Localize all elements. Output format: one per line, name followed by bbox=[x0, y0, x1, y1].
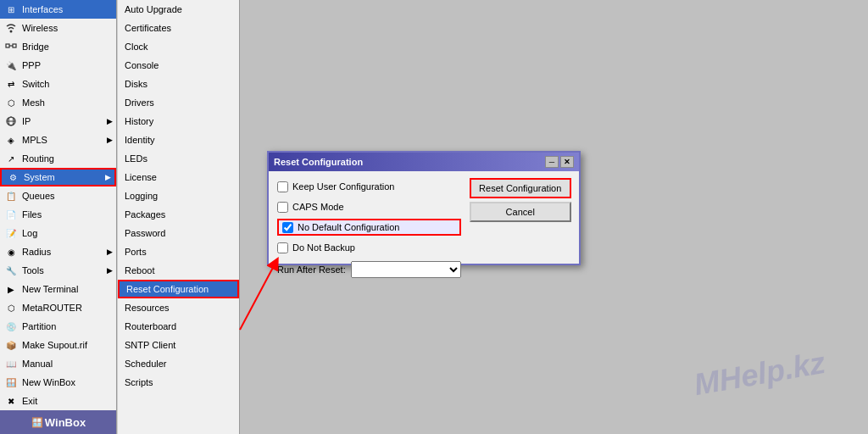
svg-rect-1 bbox=[6, 44, 9, 47]
submenu-auto-upgrade[interactable]: Auto Upgrade bbox=[118, 0, 239, 19]
dialog-titlebar: Reset Configuration ─ ✕ bbox=[269, 153, 579, 171]
no-default-config-checkbox[interactable] bbox=[282, 222, 293, 233]
caps-mode-label: CAPS Mode bbox=[292, 202, 344, 212]
winbox-label: 🪟 WinBox bbox=[0, 410, 117, 434]
reset-configuration-button[interactable]: Reset Configuration bbox=[470, 178, 571, 198]
submenu-drivers[interactable]: Drivers bbox=[118, 93, 239, 112]
files-icon: 📄 bbox=[3, 207, 19, 222]
sidebar-item-ppp[interactable]: 🔌 PPP bbox=[0, 56, 116, 75]
keep-user-config-checkbox[interactable] bbox=[277, 181, 288, 192]
svg-point-0 bbox=[10, 31, 13, 33]
dialog-minimize-button[interactable]: ─ bbox=[545, 156, 559, 168]
submenu: Auto Upgrade Certificates Clock Console … bbox=[117, 0, 240, 434]
reset-configuration-dialog: Reset Configuration ─ ✕ Keep User Config… bbox=[267, 151, 581, 265]
submenu-reboot[interactable]: Reboot bbox=[118, 261, 239, 280]
submenu-leds[interactable]: LEDs bbox=[118, 149, 239, 168]
sidebar-item-make-supout[interactable]: 📦 Make Supout.rif bbox=[0, 336, 116, 354]
caps-mode-checkbox[interactable] bbox=[277, 202, 288, 213]
mpls-arrow: ▶ bbox=[107, 136, 113, 144]
svg-rect-2 bbox=[13, 44, 16, 47]
submenu-logging[interactable]: Logging bbox=[118, 186, 239, 205]
keep-user-config-label: Keep User Configuration bbox=[292, 181, 394, 192]
sidebar-item-new-winbox[interactable]: 🪟 New WinBox bbox=[0, 373, 116, 392]
sidebar-item-metarouter[interactable]: ⬡ MetaROUTER bbox=[0, 298, 116, 317]
dialog-close-button[interactable]: ✕ bbox=[560, 156, 574, 168]
switch-icon: ⇄ bbox=[3, 76, 19, 92]
submenu-resources[interactable]: Resources bbox=[118, 298, 239, 317]
run-after-label: Run After Reset: bbox=[277, 264, 346, 275]
submenu-ports[interactable]: Ports bbox=[118, 242, 239, 261]
sidebar-item-tools[interactable]: 🔧 Tools ▶ bbox=[0, 261, 116, 280]
sidebar-item-mpls[interactable]: ◈ MPLS ▶ bbox=[0, 131, 116, 149]
run-after-row: Run After Reset: bbox=[277, 261, 461, 278]
sidebar-item-ip[interactable]: IP ▶ bbox=[0, 112, 116, 131]
wireless-icon bbox=[3, 20, 19, 36]
sidebar-item-new-terminal[interactable]: ▶ New Terminal bbox=[0, 280, 116, 298]
sidebar-item-log[interactable]: 📝 Log bbox=[0, 224, 116, 242]
submenu-console[interactable]: Console bbox=[118, 56, 239, 75]
sidebar-item-radius[interactable]: ◉ Radius ▶ bbox=[0, 242, 116, 261]
sidebar-item-exit[interactable]: ✖ Exit bbox=[0, 392, 116, 410]
sidebar-item-partition[interactable]: 💿 Partition bbox=[0, 317, 116, 336]
submenu-history[interactable]: History bbox=[118, 112, 239, 131]
submenu-scheduler[interactable]: Scheduler bbox=[118, 354, 239, 373]
watermark: MHelp.kz bbox=[692, 345, 828, 403]
submenu-packages[interactable]: Packages bbox=[118, 205, 239, 224]
run-after-select[interactable] bbox=[351, 261, 461, 278]
sidebar-item-wireless[interactable]: Wireless bbox=[0, 19, 116, 37]
submenu-license[interactable]: License bbox=[118, 168, 239, 186]
tools-icon: 🔧 bbox=[3, 263, 19, 278]
cancel-button[interactable]: Cancel bbox=[470, 202, 571, 222]
sidebar-item-interfaces[interactable]: ⊞ Interfaces bbox=[0, 0, 116, 19]
queues-icon: 📋 bbox=[3, 188, 19, 203]
sidebar-item-routing[interactable]: ↗ Routing bbox=[0, 149, 116, 168]
submenu-clock[interactable]: Clock bbox=[118, 37, 239, 56]
supout-icon: 📦 bbox=[3, 337, 19, 353]
do-not-backup-checkbox[interactable] bbox=[277, 242, 288, 253]
ip-arrow: ▶ bbox=[107, 117, 113, 125]
sidebar-item-mesh[interactable]: ⬡ Mesh bbox=[0, 93, 116, 112]
mesh-icon: ⬡ bbox=[3, 95, 19, 110]
sidebar-item-system[interactable]: ⚙ System ▶ bbox=[0, 168, 116, 186]
keep-user-config-row: Keep User Configuration bbox=[277, 178, 461, 195]
metarouter-icon: ⬡ bbox=[3, 300, 19, 315]
manual-icon: 📖 bbox=[3, 356, 19, 371]
radius-arrow: ▶ bbox=[107, 248, 113, 256]
no-default-config-row: No Default Configuration bbox=[277, 219, 461, 236]
submenu-disks[interactable]: Disks bbox=[118, 75, 239, 93]
ppp-icon: 🔌 bbox=[3, 58, 19, 73]
sidebar-item-bridge[interactable]: Bridge bbox=[0, 37, 116, 56]
sidebar-item-files[interactable]: 📄 Files bbox=[0, 205, 116, 224]
log-icon: 📝 bbox=[3, 225, 19, 241]
routing-icon: ↗ bbox=[3, 151, 19, 166]
radius-icon: ◉ bbox=[3, 244, 19, 259]
submenu-certificates[interactable]: Certificates bbox=[118, 19, 239, 37]
bridge-icon bbox=[3, 39, 19, 54]
submenu-routerboard[interactable]: Routerboard bbox=[118, 317, 239, 336]
dialog-body: Keep User Configuration CAPS Mode No Def… bbox=[269, 171, 579, 285]
submenu-scripts[interactable]: Scripts bbox=[118, 373, 239, 392]
interfaces-icon: ⊞ bbox=[3, 2, 19, 17]
tools-arrow: ▶ bbox=[107, 266, 113, 275]
dialog-title: Reset Configuration bbox=[274, 157, 545, 167]
exit-icon: ✖ bbox=[3, 393, 19, 409]
dialog-buttons: Reset Configuration Cancel bbox=[470, 178, 571, 278]
do-not-backup-row: Do Not Backup bbox=[277, 239, 461, 256]
no-default-config-label: No Default Configuration bbox=[298, 222, 399, 232]
terminal-icon: ▶ bbox=[3, 281, 19, 297]
ip-icon bbox=[3, 114, 19, 129]
system-arrow: ▶ bbox=[105, 173, 111, 181]
sidebar-item-switch[interactable]: ⇄ Switch bbox=[0, 75, 116, 93]
partition-icon: 💿 bbox=[3, 319, 19, 334]
submenu-identity[interactable]: Identity bbox=[118, 131, 239, 149]
sidebar: ⊞ Interfaces Wireless Bridge 🔌 PPP ⇄ Swi… bbox=[0, 0, 117, 434]
sidebar-item-manual[interactable]: 📖 Manual bbox=[0, 354, 116, 373]
submenu-reset-configuration[interactable]: Reset Configuration bbox=[118, 280, 239, 298]
sidebar-item-queues[interactable]: 📋 Queues bbox=[0, 186, 116, 205]
submenu-sntp-client[interactable]: SNTP Client bbox=[118, 336, 239, 354]
submenu-password[interactable]: Password bbox=[118, 224, 239, 242]
system-icon: ⚙ bbox=[5, 170, 20, 185]
mpls-icon: ◈ bbox=[3, 132, 19, 147]
caps-mode-row: CAPS Mode bbox=[277, 198, 461, 215]
dialog-options: Keep User Configuration CAPS Mode No Def… bbox=[277, 178, 461, 278]
